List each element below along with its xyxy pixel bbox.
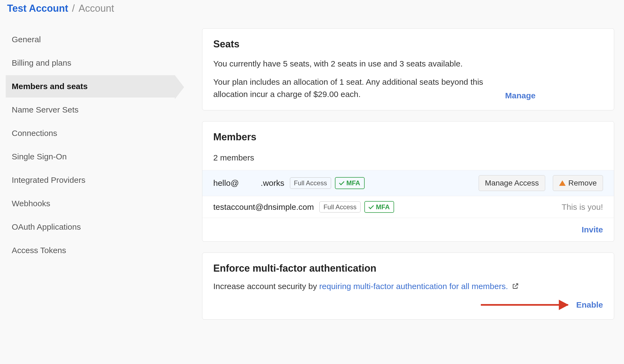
sidebar-item-webhooks[interactable]: Webhooks [6, 192, 175, 215]
member-row: testaccount@dnsimple.com Full Access MFA… [202, 196, 614, 218]
sidebar-item-general[interactable]: General [6, 28, 175, 51]
sidebar-item-members-seats[interactable]: Members and seats [6, 75, 175, 98]
member-email: testaccount@dnsimple.com [213, 202, 314, 212]
mfa-docs-link[interactable]: requiring multi-factor authentication fo… [319, 282, 508, 291]
sidebar-item-oauth-apps[interactable]: OAuth Applications [6, 216, 175, 238]
sidebar-item-name-server-sets[interactable]: Name Server Sets [6, 99, 175, 121]
access-badge: Full Access [290, 177, 331, 189]
members-count: 2 members [202, 153, 614, 170]
seats-plan-text: Your plan includes an allocation of 1 se… [213, 76, 494, 100]
enable-mfa-link[interactable]: Enable [576, 300, 603, 310]
member-row: hello@.works Full Access MFA Manage Acce… [202, 170, 614, 196]
manage-access-button[interactable]: Manage Access [479, 175, 545, 191]
mfa-badge: MFA [335, 177, 365, 189]
check-icon [368, 204, 374, 209]
sidebar: General Billing and plans Members and se… [6, 21, 175, 330]
seats-title: Seats [213, 38, 603, 50]
access-badge: Full Access [319, 201, 361, 213]
members-title: Members [213, 131, 603, 143]
member-email: hello@.works [213, 178, 284, 188]
enforce-mfa-card: Enforce multi-factor authentication Incr… [202, 253, 614, 320]
breadcrumb-account-link[interactable]: Test Account [7, 3, 68, 14]
sidebar-item-connections[interactable]: Connections [6, 122, 175, 144]
breadcrumb: Test Account / Account [7, 3, 614, 14]
mfa-badge: MFA [364, 201, 394, 213]
enforce-mfa-title: Enforce multi-factor authentication [213, 263, 603, 274]
sidebar-item-integrated-providers[interactable]: Integrated Providers [6, 169, 175, 191]
sidebar-item-billing[interactable]: Billing and plans [6, 52, 175, 74]
breadcrumb-separator: / [72, 3, 75, 14]
this-is-you-label: This is you! [562, 202, 603, 212]
sidebar-item-sso[interactable]: Single Sign-On [6, 145, 175, 168]
members-card: Members 2 members hello@.works Full Acce… [202, 121, 614, 242]
manage-seats-link[interactable]: Manage [505, 91, 536, 100]
sidebar-item-access-tokens[interactable]: Access Tokens [6, 239, 175, 262]
callout-arrow-icon [481, 304, 568, 306]
check-icon [339, 180, 344, 185]
breadcrumb-current: Account [79, 3, 114, 14]
seats-card: Seats You currently have 5 seats, with 2… [202, 28, 614, 110]
warning-icon [559, 180, 566, 186]
external-link-icon [510, 282, 519, 291]
seats-summary-text: You currently have 5 seats, with 2 seats… [213, 57, 494, 70]
invite-member-link[interactable]: Invite [582, 225, 603, 234]
remove-member-button[interactable]: Remove [553, 175, 603, 191]
main-content: Seats You currently have 5 seats, with 2… [202, 21, 614, 330]
enforce-mfa-text: Increase account security by requiring m… [213, 282, 603, 291]
